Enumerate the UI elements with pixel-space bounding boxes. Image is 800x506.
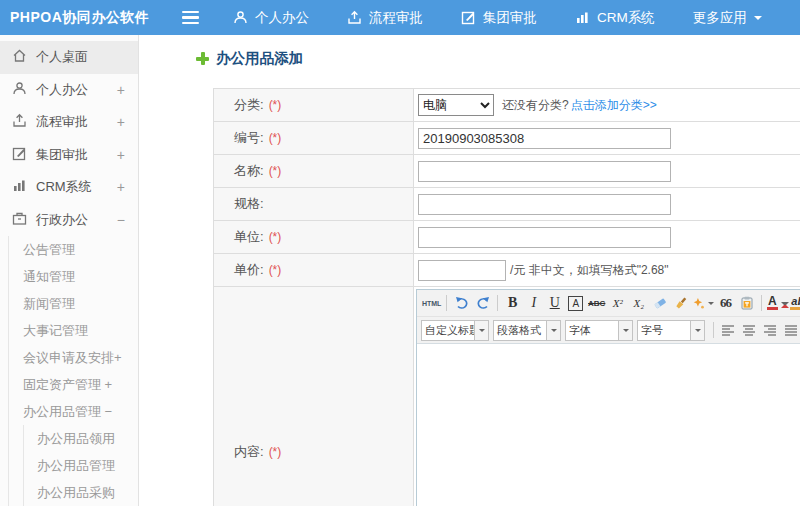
expand-icon[interactable]: +	[117, 147, 125, 163]
add-category-link[interactable]: 点击添加分类>>	[571, 97, 657, 114]
sidebar-item-personal-office[interactable]: 个人办公 +	[0, 74, 138, 107]
form-row-code: 编号:(*)	[214, 122, 800, 155]
italic-button[interactable]: I	[524, 293, 543, 314]
sidebar-item-admin-office[interactable]: 行政办公 −	[0, 204, 138, 237]
align-left-button[interactable]	[719, 320, 738, 341]
align-center-button[interactable]	[740, 320, 759, 341]
strikethrough-button[interactable]: ABC	[587, 293, 606, 314]
sidebar-item-supplies-purchase[interactable]: 办公用品采购	[24, 479, 138, 506]
sidebar-item-fixed-assets-mgmt[interactable]: 固定资产管理 +	[9, 371, 138, 398]
required-marker: (*)	[269, 131, 282, 145]
subscript-button[interactable]: X₂	[629, 293, 648, 314]
category-label: 分类:(*)	[214, 89, 414, 121]
caret-down-icon	[781, 302, 789, 308]
html-source-button[interactable]: HTML	[422, 293, 441, 314]
custom-heading-select[interactable]: 自定义标题	[421, 320, 489, 341]
bold-button[interactable]: B	[503, 293, 522, 314]
spec-label: 规格:	[214, 188, 414, 220]
sidebar-item-crm-system[interactable]: CRM系统 +	[0, 171, 138, 204]
sidebar-item-memorabilia-mgmt[interactable]: 大事记管理	[9, 317, 138, 344]
caret-down-icon	[474, 321, 488, 340]
code-input[interactable]	[418, 128, 671, 149]
edit-icon	[12, 146, 27, 164]
form-row-name: 名称:(*)	[214, 155, 800, 188]
quote-button[interactable]: 66	[716, 293, 735, 314]
caret-down-icon	[546, 321, 560, 340]
sidebar-item-meeting-request[interactable]: 会议申请及安排+	[9, 344, 138, 371]
form-row-price: 单价:(*) /元 非中文，如填写格式"2.68"	[214, 254, 800, 287]
highlight-color-button[interactable]: ab	[790, 293, 800, 314]
required-marker: (*)	[269, 164, 282, 178]
undo-button[interactable]	[452, 293, 471, 314]
bar-chart-icon	[575, 10, 590, 25]
sidebar-item-notice-mgmt[interactable]: 通知管理	[9, 263, 138, 290]
user-icon	[12, 81, 27, 99]
align-right-button[interactable]	[761, 320, 780, 341]
form-row-category: 分类:(*) 电脑 还没有分类? 点击添加分类>>	[214, 89, 800, 122]
quick-format-button[interactable]	[692, 293, 714, 314]
paragraph-format-select[interactable]: 段落格式	[493, 320, 561, 341]
font-color-button[interactable]: A	[767, 293, 788, 314]
price-label: 单价:(*)	[214, 254, 414, 286]
font-box-button[interactable]: A	[566, 293, 585, 314]
superscript-button[interactable]: X²	[608, 293, 627, 314]
form-row-unit: 单位:(*)	[214, 221, 800, 254]
redo-button[interactable]	[473, 293, 492, 314]
home-icon	[12, 48, 27, 66]
briefcase-icon	[12, 211, 27, 229]
sidebar-item-announcement-mgmt[interactable]: 公告管理	[9, 236, 138, 263]
form-row-spec: 规格:	[214, 188, 800, 221]
main-content: 办公用品添加 分类:(*) 电脑 还没有分类? 点击添加分类>>	[139, 35, 800, 506]
required-marker: (*)	[269, 445, 282, 459]
caret-down-icon	[754, 16, 762, 24]
content-label: 内容:(*)	[214, 287, 414, 506]
nav-item-personal-office[interactable]: 个人办公	[233, 9, 309, 27]
price-format-hint: /元 非中文，如填写格式"2.68"	[510, 262, 669, 279]
page-title: 办公用品添加	[196, 49, 800, 68]
spec-input[interactable]	[418, 194, 671, 215]
unit-input[interactable]	[418, 227, 671, 248]
expand-icon[interactable]: +	[117, 82, 125, 98]
code-label: 编号:(*)	[214, 122, 414, 154]
nav-item-more-apps[interactable]: 更多应用	[693, 9, 762, 27]
user-icon	[233, 10, 248, 25]
sidebar-item-workflow-approval[interactable]: 流程审批 +	[0, 106, 138, 139]
editor-content-area[interactable]	[417, 344, 800, 506]
hamburger-menu-icon[interactable]	[182, 11, 199, 24]
nav-item-workflow-approval[interactable]: 流程审批	[347, 9, 423, 27]
category-select[interactable]: 电脑	[418, 94, 494, 116]
sidebar-item-group-approval[interactable]: 集团审批 +	[0, 139, 138, 172]
underline-button[interactable]: U	[545, 293, 564, 314]
edit-icon	[461, 10, 476, 25]
nav-item-group-approval[interactable]: 集团审批	[461, 9, 537, 27]
upload-icon	[12, 113, 27, 131]
sidebar-item-office-supplies-mgmt[interactable]: 办公用品管理 −	[9, 398, 138, 425]
category-hint: 还没有分类?	[502, 97, 569, 114]
top-header: PHPOA协同办公软件 个人办公 流程审批 集团审批 CRM系统 更多应用	[0, 0, 800, 35]
paste-text-button[interactable]	[737, 293, 756, 314]
font-family-select[interactable]: 字体	[565, 320, 633, 341]
sidebar-submenu-office-supplies: 办公用品领用 办公用品管理 办公用品采购	[23, 425, 138, 506]
collapse-icon[interactable]: −	[117, 212, 125, 228]
expand-icon[interactable]: +	[117, 114, 125, 130]
required-marker: (*)	[269, 230, 282, 244]
bar-chart-icon	[12, 178, 27, 196]
price-input[interactable]	[418, 260, 506, 281]
format-brush-button[interactable]	[671, 293, 690, 314]
rich-text-editor: HTML B I U A ABC X² X₂	[416, 289, 800, 506]
font-size-select[interactable]: 字号	[637, 320, 705, 341]
unit-label: 单位:(*)	[214, 221, 414, 253]
caret-down-icon	[708, 302, 714, 308]
sidebar-item-supplies-management[interactable]: 办公用品管理	[24, 452, 138, 479]
nav-item-crm-system[interactable]: CRM系统	[575, 9, 655, 27]
expand-icon[interactable]: +	[117, 179, 125, 195]
add-supply-form: 分类:(*) 电脑 还没有分类? 点击添加分类>> 编号:(*)	[213, 88, 800, 506]
sidebar-item-supplies-requisition[interactable]: 办公用品领用	[24, 425, 138, 452]
app-logo: PHPOA协同办公软件	[0, 9, 182, 27]
required-marker: (*)	[269, 98, 282, 112]
sidebar-item-news-mgmt[interactable]: 新闻管理	[9, 290, 138, 317]
sidebar-item-personal-desktop[interactable]: 个人桌面	[0, 41, 138, 74]
name-input[interactable]	[418, 161, 671, 182]
eraser-button[interactable]	[650, 293, 669, 314]
align-justify-button[interactable]	[782, 320, 800, 341]
